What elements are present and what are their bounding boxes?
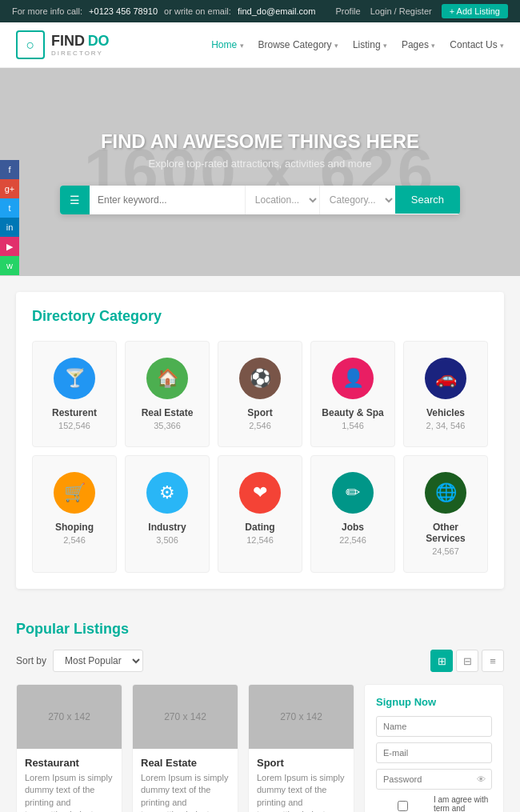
category-name: Shoping (41, 522, 108, 533)
twitter-btn[interactable]: t (0, 198, 19, 218)
signup-panel-wrapper: Signup Now 👁 I am agree with term and co… (364, 684, 504, 812)
category-icon: 🚗 (425, 358, 466, 399)
logo-name2: DO (88, 33, 110, 49)
listing-card[interactable]: 270 x 142 Real Estate Lorem Ipsum is sim… (132, 684, 238, 812)
search-menu-button[interactable]: ☰ (60, 186, 90, 214)
signup-password-input[interactable] (376, 769, 492, 790)
location-select[interactable]: Location... (245, 186, 319, 214)
category-count: 3,506 (134, 535, 201, 545)
category-card-shoping[interactable]: 🛒 Shoping 2,546 (32, 455, 117, 573)
sort-controls: Sort by Most Popular Newest Oldest (16, 650, 143, 672)
category-name: Jobs (319, 522, 386, 533)
password-eye-icon[interactable]: 👁 (477, 774, 486, 784)
nav-home[interactable]: Home ▾ (211, 39, 243, 50)
nav-contact[interactable]: Contact Us ▾ (450, 39, 504, 50)
listing-description: Lorem Ipsum is simply dummy text of the … (25, 772, 114, 812)
logo-subtitle: DIRECTORY (51, 50, 110, 57)
search-input[interactable] (90, 186, 245, 214)
listing-card[interactable]: 270 x 142 Sport Lorem Ipsum is simply du… (248, 684, 354, 812)
category-count: 1,546 (319, 421, 386, 430)
category-card-industry[interactable]: ⚙ Industry 3,506 (125, 455, 210, 573)
category-card-other-services[interactable]: 🌐 Other Services 24,567 (403, 455, 488, 573)
browse-caret: ▾ (334, 42, 338, 50)
signup-email-input[interactable] (376, 742, 492, 763)
signup-title-text: Signup (376, 696, 411, 708)
category-card-sport[interactable]: ⚽ Sport 2,546 (218, 341, 302, 447)
directory-title-colored: Category (99, 308, 162, 324)
category-name: Other Services (412, 522, 479, 544)
category-card-vehicles[interactable]: 🚗 Vehicles 2, 34, 546 (403, 341, 488, 447)
directory-section: Directory Category 🍸 Resturent 152,546 🏠… (16, 292, 504, 589)
top-bar-actions: Profile Login / Register + Add Listing (335, 4, 508, 18)
social-sidebar: f g+ t in ▶ w (0, 160, 19, 275)
category-icon: 🛒 (54, 472, 95, 514)
signup-name-input[interactable] (376, 716, 492, 737)
category-card-jobs[interactable]: ✏ Jobs 22,546 (310, 455, 395, 573)
top-bar: For more info call: +0123 456 78910 or w… (0, 0, 520, 22)
listing-title: Real Estate (141, 757, 230, 769)
signup-title: Signup Now (376, 696, 492, 708)
logo: ○ FIND DO DIRECTORY (16, 30, 110, 59)
listing-thumbnail: 270 x 142 (249, 685, 354, 749)
popular-header: Popular Listings (16, 621, 504, 638)
google-plus-btn[interactable]: g+ (0, 179, 19, 198)
category-icon: ⚽ (239, 358, 281, 399)
category-count: 2,546 (41, 535, 108, 545)
popular-title: Popular Listings (16, 621, 504, 638)
agree-row: I am agree with term and conditions (376, 795, 492, 812)
category-icon: 🍸 (54, 358, 95, 399)
category-count: 22,546 (319, 535, 386, 545)
grid-view-button[interactable]: ⊞ (430, 650, 453, 672)
listing-title: Restaurant (25, 757, 114, 769)
listing-thumbnail: 270 x 142 (17, 685, 122, 749)
category-count: 35,366 (134, 421, 201, 430)
search-button[interactable]: Search (395, 186, 460, 214)
sort-label: Sort by (16, 655, 46, 666)
category-select[interactable]: Category... (319, 186, 395, 214)
facebook-btn[interactable]: f (0, 160, 19, 179)
category-name: Resturent (41, 407, 108, 418)
add-listing-link[interactable]: + Add Listing (442, 4, 508, 18)
linkedin-btn[interactable]: in (0, 218, 19, 237)
category-icon: 🌐 (425, 472, 466, 514)
listings-controls: Sort by Most Popular Newest Oldest ⊞ ⊟ ≡ (16, 650, 504, 672)
email-address: find_do@email.com (238, 6, 315, 16)
listing-body: Restaurant Lorem Ipsum is simply dummy t… (17, 749, 122, 812)
email-intro: or write on email: (164, 6, 231, 16)
category-icon: 🏠 (146, 358, 188, 399)
whatsapp-btn[interactable]: w (0, 256, 19, 275)
category-icon: ✏ (332, 472, 374, 514)
signup-title-colored: Now (414, 696, 436, 708)
category-name: Vehicles (412, 407, 479, 418)
nav-listing[interactable]: Listing ▾ (353, 39, 387, 50)
youtube-btn[interactable]: ▶ (0, 237, 19, 256)
agree-checkbox[interactable] (376, 801, 430, 811)
category-card-beauty-&-spa[interactable]: 👤 Beauty & Spa 1,546 (310, 341, 395, 447)
listing-card[interactable]: 270 x 142 Restaurant Lorem Ipsum is simp… (16, 684, 122, 812)
list-view-button[interactable]: ⊟ (456, 650, 478, 672)
nav-pages[interactable]: Pages ▾ (402, 39, 435, 50)
category-name: Dating (226, 522, 294, 533)
category-count: 24,567 (412, 546, 479, 556)
profile-link[interactable]: Profile (335, 6, 360, 16)
phone-number: +0123 456 78910 (89, 6, 158, 16)
header: ○ FIND DO DIRECTORY Home ▾ Browse Catego… (0, 22, 520, 68)
info-text: For more info call: (12, 6, 82, 16)
sort-select[interactable]: Most Popular Newest Oldest (53, 650, 143, 672)
contact-caret: ▾ (500, 42, 504, 50)
category-card-real-estate[interactable]: 🏠 Real Estate 35,366 (125, 341, 210, 447)
hero-subtitle: Explore top-rated attractions, activitie… (149, 158, 372, 170)
category-name: Beauty & Spa (319, 407, 386, 418)
category-card-resturent[interactable]: 🍸 Resturent 152,546 (32, 341, 117, 447)
listing-thumbnail: 270 x 142 (133, 685, 238, 749)
category-card-dating[interactable]: ❤ Dating 12,546 (218, 455, 302, 573)
listings-with-sidebar: 270 x 142 Restaurant Lorem Ipsum is simp… (16, 684, 504, 812)
listing-description: Lorem Ipsum is simply dummy text of the … (257, 772, 346, 812)
main-nav: Home ▾ Browse Category ▾ Listing ▾ Pages… (211, 39, 504, 50)
category-count: 2,546 (226, 421, 294, 430)
nav-browse-category[interactable]: Browse Category ▾ (258, 39, 338, 50)
login-link[interactable]: Login / Register (370, 6, 432, 16)
logo-text: FIND DO DIRECTORY (51, 33, 110, 57)
directory-title-text: Directory (32, 308, 95, 324)
compact-view-button[interactable]: ≡ (482, 650, 504, 672)
